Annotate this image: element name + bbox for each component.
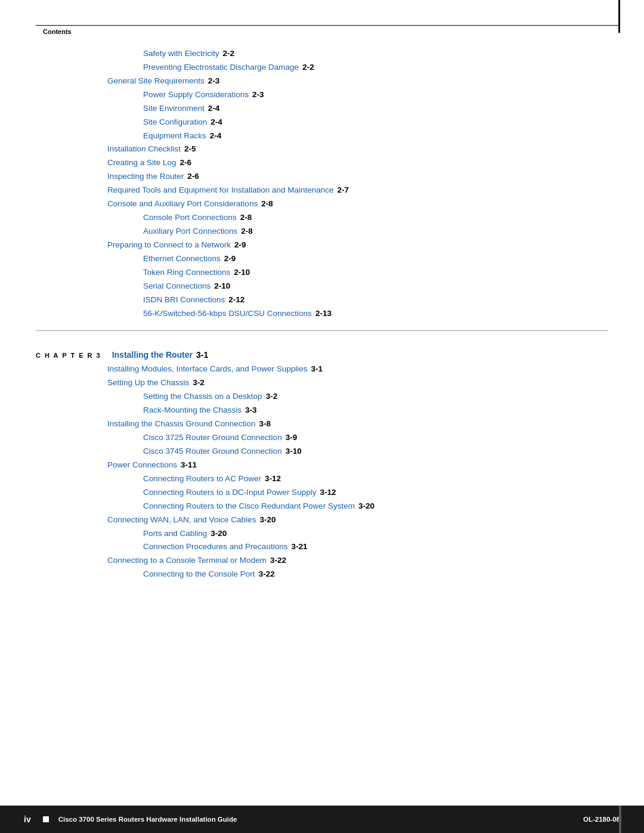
toc-page: 3-2 bbox=[193, 377, 205, 389]
footer-right-bar bbox=[619, 806, 621, 833]
toc-link[interactable]: Site Environment bbox=[143, 103, 205, 115]
list-item: Preparing to Connect to a Network 2-9 bbox=[107, 239, 608, 252]
list-item: Setting the Chassis on a Desktop 3-2 bbox=[143, 391, 608, 403]
list-item: Site Environment 2-4 bbox=[143, 103, 608, 115]
toc-page: 2-6 bbox=[180, 157, 192, 169]
toc-link[interactable]: Connecting Routers to a DC-Input Power S… bbox=[143, 487, 316, 499]
toc-page: 2-4 bbox=[210, 116, 222, 129]
footer-square-icon bbox=[43, 816, 49, 822]
toc-link[interactable]: General Site Requirements bbox=[107, 75, 205, 88]
list-item: General Site Requirements 2-3 bbox=[107, 75, 608, 88]
toc-link[interactable]: Token Ring Connections bbox=[143, 267, 230, 279]
toc-link[interactable]: Required Tools and Equipment for Install… bbox=[107, 184, 334, 197]
toc-page: 3-3 bbox=[245, 404, 257, 417]
toc-link[interactable]: Power Connections bbox=[107, 459, 177, 472]
toc-link[interactable]: Connecting Routers to the Cisco Redundan… bbox=[143, 500, 355, 513]
chapter-title-link[interactable]: Installing the Router bbox=[112, 350, 193, 360]
toc-page: 2-10 bbox=[214, 280, 230, 293]
page: Contents Safety with Electricity 2-2 Pre… bbox=[0, 0, 644, 833]
list-item: Installing Modules, Interface Cards, and… bbox=[107, 363, 608, 376]
toc-page: 2-3 bbox=[208, 75, 220, 88]
chapter-label: C H A P T E R 3 bbox=[36, 352, 101, 359]
list-item: Safety with Electricity 2-2 bbox=[143, 48, 608, 60]
toc-link[interactable]: 56-K/Switched-56-kbps DSU/CSU Connection… bbox=[143, 308, 312, 320]
list-item: Creating a Site Log 2-6 bbox=[107, 157, 608, 169]
list-item: Connecting to the Console Port 3-22 bbox=[143, 568, 608, 581]
toc-link[interactable]: Creating a Site Log bbox=[107, 157, 177, 169]
list-item: Preventing Electrostatic Discharge Damag… bbox=[143, 61, 608, 74]
toc-link[interactable]: Console and Auxiliary Port Consideration… bbox=[107, 198, 258, 210]
toc-page: 2-8 bbox=[240, 212, 252, 224]
list-item: Installing the Chassis Ground Connection… bbox=[107, 418, 608, 431]
chapter-divider bbox=[36, 330, 608, 331]
toc-page: 2-9 bbox=[234, 239, 246, 252]
toc-page: 3-9 bbox=[286, 432, 298, 444]
toc-page: 3-12 bbox=[265, 473, 281, 485]
list-item: Rack-Mounting the Chassis 3-3 bbox=[143, 404, 608, 417]
top-right-bar bbox=[618, 0, 620, 33]
list-item: Ethernet Connections 2-9 bbox=[143, 253, 608, 265]
toc-page: 2-7 bbox=[338, 184, 349, 197]
toc-link[interactable]: Connecting to a Console Terminal or Mode… bbox=[107, 555, 267, 567]
chapter-title-page: 3-1 bbox=[196, 350, 208, 360]
toc-link[interactable]: Ports and Cabling bbox=[143, 528, 207, 540]
list-item: Connecting Routers to AC Power 3-12 bbox=[143, 473, 608, 485]
list-item: Connecting to a Console Terminal or Mode… bbox=[107, 555, 608, 567]
list-item: Required Tools and Equipment for Install… bbox=[107, 184, 608, 197]
toc-link[interactable]: Preparing to Connect to a Network bbox=[107, 239, 231, 252]
toc-page: 3-11 bbox=[181, 459, 197, 472]
list-item: Cisco 3725 Router Ground Connection 3-9 bbox=[143, 432, 608, 444]
toc-page: 3-8 bbox=[259, 418, 271, 431]
toc-link[interactable]: Auxiliary Port Connections bbox=[143, 225, 237, 238]
list-item: Setting Up the Chassis 3-2 bbox=[107, 377, 608, 389]
toc-link[interactable]: Installation Checklist bbox=[107, 143, 181, 156]
toc-page: 2-6 bbox=[187, 171, 199, 183]
toc-link[interactable]: Connecting Routers to AC Power bbox=[143, 473, 261, 485]
toc-link[interactable]: Power Supply Considerations bbox=[143, 89, 249, 101]
footer: iv Cisco 3700 Series Routers Hardware In… bbox=[0, 806, 644, 833]
list-item: Console Port Connections 2-8 bbox=[143, 212, 608, 224]
footer-doc-id: OL-2180-08 bbox=[583, 816, 620, 823]
footer-doc-title: Cisco 3700 Series Routers Hardware Insta… bbox=[58, 816, 237, 823]
toc-page: 3-22 bbox=[270, 555, 286, 567]
toc-link[interactable]: Console Port Connections bbox=[143, 212, 237, 224]
toc-link[interactable]: Connecting WAN, LAN, and Voice Cables bbox=[107, 514, 256, 527]
toc-link[interactable]: Installing Modules, Interface Cards, and… bbox=[107, 363, 307, 376]
list-item: Serial Connections 2-10 bbox=[143, 280, 608, 293]
toc-link[interactable]: Connection Procedures and Precautions bbox=[143, 541, 287, 553]
toc-page: 3-12 bbox=[320, 487, 336, 499]
list-item: Site Configuration 2-4 bbox=[143, 116, 608, 129]
list-item: ISDN BRI Connections 2-12 bbox=[143, 294, 608, 306]
toc-page: 3-20 bbox=[358, 500, 374, 513]
list-item: Connecting Routers to the Cisco Redundan… bbox=[143, 500, 608, 513]
toc-link[interactable]: Setting Up the Chassis bbox=[107, 377, 189, 389]
toc-link[interactable]: Setting the Chassis on a Desktop bbox=[143, 391, 262, 403]
toc-link[interactable]: Safety with Electricity bbox=[143, 48, 219, 60]
toc-page: 2-2 bbox=[223, 48, 235, 60]
toc-link[interactable]: Connecting to the Console Port bbox=[143, 568, 255, 581]
toc-link[interactable]: Cisco 3745 Router Ground Connection bbox=[143, 445, 282, 458]
toc-page: 2-8 bbox=[261, 198, 273, 210]
toc-link[interactable]: Site Configuration bbox=[143, 116, 207, 129]
list-item: Ports and Cabling 3-20 bbox=[143, 528, 608, 540]
toc-link[interactable]: Preventing Electrostatic Discharge Damag… bbox=[143, 61, 299, 74]
toc-link[interactable]: Cisco 3725 Router Ground Connection bbox=[143, 432, 282, 444]
toc-link[interactable]: Ethernet Connections bbox=[143, 253, 221, 265]
toc-link[interactable]: Rack-Mounting the Chassis bbox=[143, 404, 242, 417]
toc-page: 2-8 bbox=[241, 225, 253, 238]
list-item: Auxiliary Port Connections 2-8 bbox=[143, 225, 608, 238]
toc-page: 2-9 bbox=[224, 253, 236, 265]
toc-link[interactable]: Installing the Chassis Ground Connection bbox=[107, 418, 255, 431]
toc-link[interactable]: Inspecting the Router bbox=[107, 171, 184, 183]
toc-page: 2-2 bbox=[302, 61, 314, 74]
toc-link[interactable]: ISDN BRI Connections bbox=[143, 294, 225, 306]
footer-left: iv Cisco 3700 Series Routers Hardware In… bbox=[24, 815, 237, 824]
list-item: Connection Procedures and Precautions 3-… bbox=[143, 541, 608, 553]
toc-page: 2-13 bbox=[315, 308, 332, 320]
toc-page: 2-4 bbox=[210, 130, 222, 143]
toc-link[interactable]: Serial Connections bbox=[143, 280, 210, 293]
list-item: Connecting WAN, LAN, and Voice Cables 3-… bbox=[107, 514, 608, 527]
list-item: Installation Checklist 2-5 bbox=[107, 143, 608, 156]
toc-link[interactable]: Equipment Racks bbox=[143, 130, 206, 143]
list-item: Token Ring Connections 2-10 bbox=[143, 267, 608, 279]
